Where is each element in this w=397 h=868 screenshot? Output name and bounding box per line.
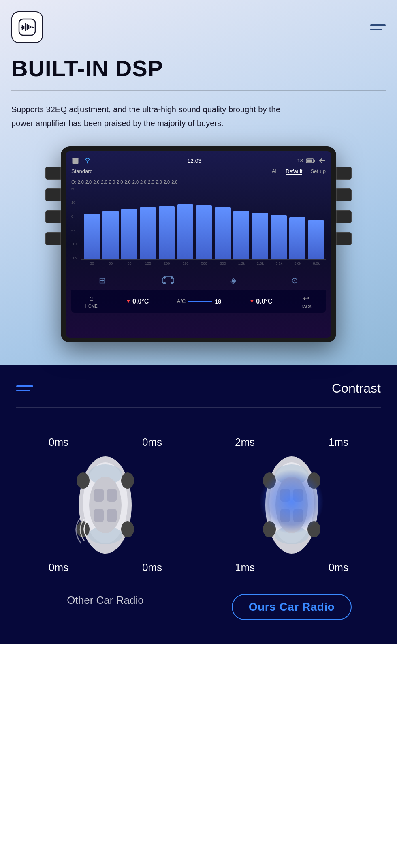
- eq-bar-fill-4: [159, 206, 175, 259]
- side-btn-r4[interactable]: [336, 232, 352, 245]
- side-btn-2[interactable]: [45, 188, 61, 201]
- eq-bar-fill-3: [140, 207, 156, 259]
- freq-label-10: 3.2k: [270, 261, 288, 265]
- eq-bar-fill-0: [84, 214, 100, 259]
- device-screen: 12:03 18 Standar: [66, 151, 331, 338]
- svg-point-44: [263, 521, 276, 537]
- temp-left-display: ▼ 0.0°C: [126, 298, 149, 305]
- tab-default[interactable]: Default: [286, 168, 302, 175]
- eq-bar-1[interactable]: [102, 195, 120, 259]
- tab-all[interactable]: All: [272, 168, 277, 175]
- side-btn-3[interactable]: [45, 210, 61, 223]
- other-car-svg: [65, 440, 146, 570]
- q-val-9: 2.0: [148, 180, 154, 184]
- freq-label-7: 800: [213, 261, 232, 265]
- eq-bar-10[interactable]: [270, 195, 288, 259]
- eq-bar-8[interactable]: [233, 195, 250, 259]
- other-car-item: 0ms 0ms 0ms 0ms: [16, 428, 194, 607]
- device-container: 12:03 18 Standar: [11, 146, 386, 342]
- q-val-3: 2.0: [101, 180, 107, 184]
- bottom-bar: ⌂ HOME ▼ 0.0°C A/C 18 ▼ 0.0°C: [71, 290, 326, 313]
- svg-rect-25: [107, 489, 117, 502]
- eq-bar-2[interactable]: [120, 195, 138, 259]
- side-btn-4[interactable]: [45, 232, 61, 245]
- screen-tabs: All Default Set up: [272, 168, 326, 175]
- our-tr: 1ms: [329, 436, 348, 449]
- side-btn-r2[interactable]: [336, 188, 352, 201]
- car-top-icon[interactable]: [161, 276, 175, 285]
- svg-rect-13: [307, 159, 312, 162]
- hamburger-menu[interactable]: [370, 24, 386, 30]
- eq-display: 50 10 0 -5 -10 -15: [71, 187, 326, 260]
- q-val-8: 2.0: [140, 180, 146, 184]
- svg-point-37: [275, 477, 308, 533]
- eq-bar-fill-1: [102, 211, 119, 259]
- eq-bar-6[interactable]: [195, 195, 213, 259]
- eq-bar-fill-2: [121, 209, 137, 259]
- freq-label-1: 50: [101, 261, 120, 265]
- svg-point-16: [171, 282, 173, 284]
- tab-setup[interactable]: Set up: [310, 168, 326, 175]
- eq-bar-5[interactable]: [176, 195, 194, 259]
- eq-bar-11[interactable]: [288, 195, 306, 259]
- freq-labels-row: 3050801252003205008001.2k2.0k3.2k5.0k8.0…: [71, 261, 326, 265]
- freq-label-12: 8.0k: [307, 261, 326, 265]
- eq-bar-3[interactable]: [139, 195, 157, 259]
- svg-rect-26: [94, 509, 104, 522]
- svg-point-43: [307, 472, 320, 489]
- screen-time: 12:03: [187, 158, 201, 164]
- speaker-icon[interactable]: ◈: [230, 276, 236, 285]
- q-val-11: 2.0: [164, 180, 170, 184]
- eq-bar-fill-5: [177, 204, 194, 259]
- our-tl: 2ms: [235, 436, 255, 449]
- freq-label-3: 125: [139, 261, 157, 265]
- ac-slider[interactable]: [188, 301, 212, 302]
- svg-rect-41: [293, 509, 303, 522]
- eq-bar-7[interactable]: [214, 195, 232, 259]
- screen-controls-row: Standard All Default Set up: [71, 168, 326, 175]
- home-screen-icon: [71, 157, 79, 165]
- eq-mode-label[interactable]: Standard: [71, 168, 93, 174]
- other-tr: 0ms: [142, 436, 162, 449]
- other-bl: 0ms: [49, 561, 68, 574]
- freq-label-2: 80: [120, 261, 139, 265]
- other-car-label-area: Other Car Radio: [67, 594, 143, 607]
- freq-label-6: 500: [195, 261, 213, 265]
- eq-bar-4[interactable]: [158, 195, 175, 259]
- top-section: BUILT-IN DSP Supports 32EQ adjustment, a…: [0, 0, 397, 365]
- eq-control-icon[interactable]: ⊞: [99, 276, 106, 285]
- q-val-4: 2.0: [109, 180, 115, 184]
- side-buttons-right: [336, 167, 352, 245]
- freq-label-0: 30: [83, 261, 101, 265]
- settings-knob-icon[interactable]: ⊙: [291, 276, 298, 285]
- side-btn-1[interactable]: [45, 167, 61, 180]
- q-val-5: 2.0: [117, 180, 123, 184]
- eq-bar-0[interactable]: [83, 195, 101, 259]
- q-val-6: 2.0: [124, 180, 130, 184]
- eq-bar-9[interactable]: [251, 195, 269, 259]
- screen-status-right: 18: [297, 158, 326, 164]
- our-car-label-area: Ours Car Radio: [232, 594, 352, 620]
- side-btn-r1[interactable]: [336, 167, 352, 180]
- car-controls-bar: ⊞ ◈ ⊙: [71, 272, 326, 289]
- svg-rect-27: [107, 509, 117, 522]
- freq-label-8: 1.2k: [232, 261, 251, 265]
- back-button[interactable]: ↩ BACK: [301, 294, 312, 309]
- eq-bar-fill-6: [196, 205, 212, 259]
- eq-bar-fill-11: [289, 217, 305, 259]
- other-br: 0ms: [142, 561, 162, 574]
- svg-point-23: [89, 477, 122, 533]
- contrast-divider: [16, 407, 381, 408]
- svg-point-15: [163, 282, 166, 284]
- other-car-view: 0ms 0ms 0ms 0ms: [49, 428, 162, 582]
- our-car-item: 2ms 1ms 1ms 0ms: [203, 428, 381, 620]
- side-btn-r3[interactable]: [336, 210, 352, 223]
- eq-bar-12[interactable]: [307, 195, 325, 259]
- eq-bar-fill-7: [215, 207, 231, 259]
- freq-label-4: 200: [158, 261, 176, 265]
- svg-point-31: [121, 521, 134, 537]
- home-button[interactable]: ⌂ HOME: [85, 294, 98, 308]
- contrast-header: Contrast: [16, 381, 381, 396]
- other-tl: 0ms: [49, 436, 68, 449]
- our-car-label-button[interactable]: Ours Car Radio: [232, 594, 352, 620]
